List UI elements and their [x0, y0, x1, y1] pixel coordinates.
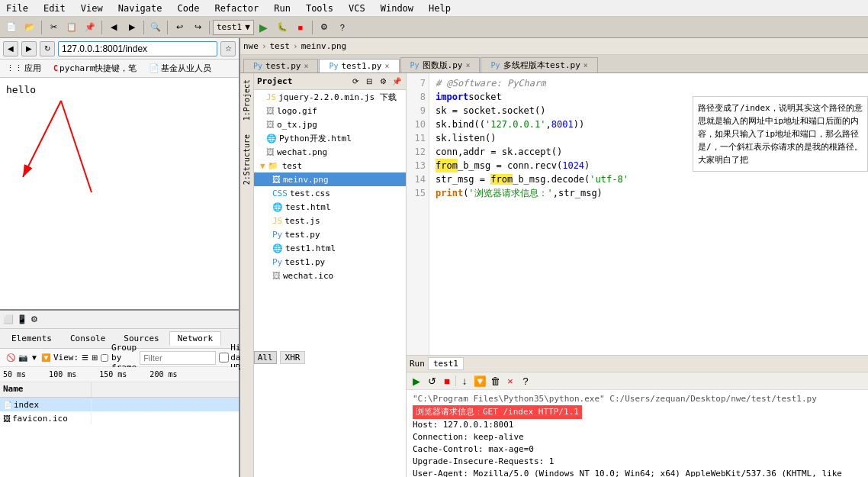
close-tab-2[interactable]: × [384, 62, 389, 70]
reload-btn[interactable]: ↻ [40, 41, 55, 56]
grid-view-btn[interactable]: ⊞ [92, 352, 98, 364]
debug-btn[interactable]: 🐛 [274, 19, 291, 36]
tab-network[interactable]: Network [169, 331, 221, 346]
breadcrumb-test[interactable]: test [270, 41, 291, 51]
tab-test-py[interactable]: Py test.py × [243, 59, 318, 73]
devtools-device-btn[interactable]: 📱 [17, 314, 27, 324]
run-close-btn[interactable]: × [503, 374, 517, 388]
menu-run[interactable]: Run [271, 2, 294, 15]
bookmark-apps[interactable]: ⋮⋮ 应用 [3, 62, 44, 75]
tab-multithread-py[interactable]: Py 多线程版本test.py × [481, 57, 597, 73]
run-scroll-btn[interactable]: ↓ [458, 374, 471, 388]
run-stop-btn[interactable]: ■ [440, 374, 454, 388]
help-btn[interactable]: ? [334, 19, 351, 36]
list-view-btn[interactable]: ☰ [82, 352, 88, 364]
menu-code[interactable]: Code [175, 2, 203, 15]
back-nav-btn[interactable]: ◀ [3, 41, 18, 56]
group-frame-checkbox[interactable] [101, 354, 108, 362]
hide-data-checkbox[interactable] [219, 353, 229, 363]
menu-vcs[interactable]: VCS [346, 2, 368, 15]
forward-btn[interactable]: ▶ [124, 19, 140, 36]
undo-btn[interactable]: ↩ [171, 19, 188, 36]
run-clear-btn[interactable]: 🗑 [488, 374, 502, 388]
menu-tools[interactable]: Tools [303, 2, 336, 15]
tree-item-test-html[interactable]: 🌐 test.html [254, 200, 406, 214]
devtools-inspect-btn[interactable]: ⬜ [3, 314, 14, 324]
menu-refactor[interactable]: Refactor [211, 2, 262, 15]
breadcrumb-nwe[interactable]: nwe [243, 41, 259, 51]
run-content[interactable]: "C:\Program Files\Python35\python.exe" C… [407, 390, 868, 477]
tree-item-test-css[interactable]: CSS test.css [254, 186, 406, 200]
devtools-console-btn[interactable]: ⚙ [31, 314, 38, 324]
bookmark-btn[interactable]: ☆ [220, 41, 236, 56]
tree-item-wechat-png[interactable]: 🖼 wechat.png [254, 145, 406, 159]
new-file-btn[interactable]: 📄 [3, 19, 20, 36]
bookmark-fund[interactable]: 📄 基金从业人员 [146, 62, 214, 75]
breadcrumb-meinv[interactable]: meinv.png [301, 41, 347, 51]
filter-btn[interactable]: 📷 [18, 352, 27, 364]
search-btn[interactable]: 🔍 [147, 19, 164, 36]
forward-nav-btn[interactable]: ▶ [21, 41, 37, 56]
menu-navigate[interactable]: Navigate [115, 2, 166, 15]
close-tab-4[interactable]: × [583, 61, 588, 69]
tree-item-meinv[interactable]: 🖼 meinv.png [254, 172, 406, 186]
tree-item-test-py[interactable]: Py test.py [254, 227, 406, 241]
tab-test1-py[interactable]: Py test1.py × [319, 59, 399, 73]
menu-file[interactable]: File [3, 2, 31, 15]
menu-window[interactable]: Window [378, 2, 416, 15]
copy-btn[interactable]: 📋 [63, 19, 80, 36]
tree-item-test1-html[interactable]: 🌐 test1.html [254, 241, 406, 255]
redo-btn[interactable]: ↪ [189, 19, 206, 36]
camera-btn[interactable]: ▼ [31, 352, 38, 364]
collapse-tree-btn[interactable]: ⊟ [363, 76, 375, 88]
paste-btn[interactable]: 📌 [82, 19, 98, 36]
tree-item-test-js[interactable]: JS test.js [254, 214, 406, 227]
funnel-btn[interactable]: 🔽 [41, 352, 50, 364]
tree-item-jquery[interactable]: JS jquery-2.2.0.min.js 下载 [254, 90, 406, 104]
cut-btn[interactable]: ✂ [45, 19, 62, 36]
run-question-btn[interactable]: ? [519, 374, 532, 388]
tree-item-test-folder[interactable]: ▼ 📁 test [254, 159, 406, 172]
open-btn[interactable]: 📂 [21, 19, 38, 36]
tree-item-logo[interactable]: 🖼 logo.gif [254, 104, 406, 118]
tab-multithread-py-label: 多线程版本test.py [503, 60, 580, 71]
tree-item-pydev[interactable]: 🌐 Python开发.html [254, 131, 406, 145]
ide-main: nwe › test › meinv.png Py test.py × Py t… [240, 38, 868, 477]
address-bar[interactable] [58, 41, 217, 56]
network-name-index[interactable]: 📄 index [0, 399, 92, 411]
tree-item-test1-py[interactable]: Py test1.py [254, 255, 406, 269]
close-tab-1[interactable]: × [304, 62, 308, 70]
menu-help[interactable]: Help [426, 2, 454, 15]
sync-tree-btn[interactable]: ⟳ [349, 76, 362, 88]
stop-btn[interactable]: ■ [292, 19, 309, 36]
side-label-project[interactable]: 1:Project [241, 76, 252, 124]
tab-console[interactable]: Console [62, 331, 114, 346]
menu-edit[interactable]: Edit [40, 2, 69, 15]
clear-btn[interactable]: 🚫 [6, 352, 15, 364]
network-row-favicon[interactable]: 🖼 favicon.ico [0, 411, 239, 425]
settings-tree-btn[interactable]: ⚙ [377, 76, 389, 88]
run-play-btn[interactable]: ▶ [410, 374, 423, 388]
settings-btn[interactable]: ⚙ [316, 19, 333, 36]
tree-item-wechat-ico[interactable]: 🖼 wechat.ico [254, 269, 406, 282]
network-row-index[interactable]: 📄 index [0, 398, 239, 411]
menu-view[interactable]: View [78, 2, 106, 15]
code-line-7: # @Software: PyCharm [436, 76, 862, 90]
side-label-structure[interactable]: 2:Structure [241, 131, 252, 188]
tree-item-otx[interactable]: 🖼 o_tx.jpg [254, 118, 406, 131]
filter-input[interactable] [140, 351, 216, 365]
tab-graph-py[interactable]: Py 图数版.py × [400, 57, 481, 73]
network-name-favicon[interactable]: 🖼 favicon.ico [0, 413, 92, 424]
back-btn[interactable]: ◀ [105, 19, 122, 36]
run-filter-btn[interactable]: 🔽 [473, 374, 487, 388]
bookmark-pycharm[interactable]: C pycharm快捷键，笔 [50, 62, 140, 75]
run-tab-label[interactable]: test1 [428, 357, 464, 370]
run-btn[interactable]: ▶ [256, 19, 272, 36]
run-output-upgrade: Upgrade-Insecure-Requests: 1 [413, 456, 862, 468]
close-tab-3[interactable]: × [465, 61, 470, 69]
pin-tree-btn[interactable]: 📌 [391, 76, 403, 88]
tab-elements[interactable]: Elements [3, 331, 60, 346]
run-rerun-btn[interactable]: ↺ [425, 374, 439, 388]
tree-toolbar: ⟳ ⊟ ⚙ 📌 [349, 76, 403, 88]
run-config-dropdown[interactable]: test1 ▼ [213, 20, 254, 35]
